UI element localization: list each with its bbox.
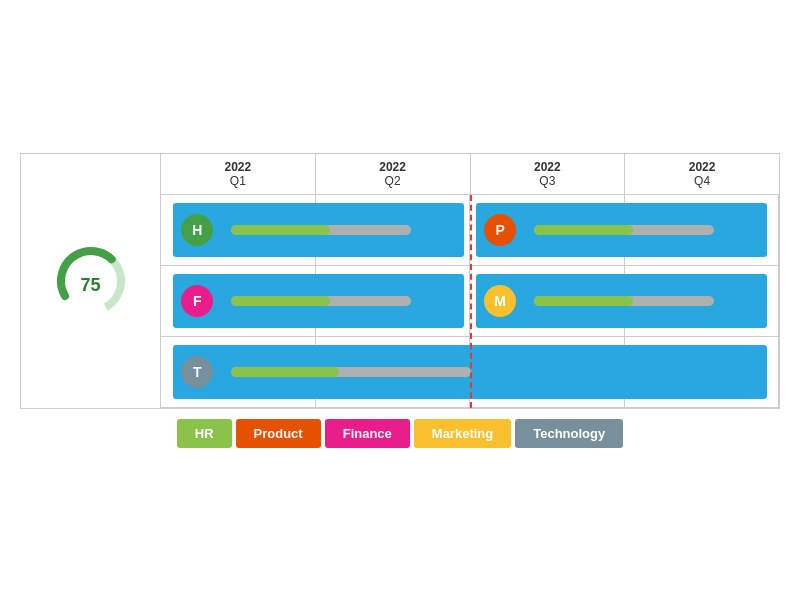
avatar-marketing: M — [484, 285, 516, 317]
legend: HR Product Finance Marketing Technology — [177, 419, 623, 448]
chart-area: 75 2022 Q1 2022 Q2 2022 Q3 202 — [20, 153, 780, 409]
right-panel: 2022 Q1 2022 Q2 2022 Q3 2022 Q4 — [161, 154, 779, 408]
bar-finance-first: F — [173, 274, 463, 328]
gauge: 75 — [51, 241, 131, 321]
bar-hr-second: P — [476, 203, 766, 257]
bar-finance-second: M — [476, 274, 766, 328]
gantt-grid: H P — [161, 195, 779, 408]
bar-technology: T — [173, 345, 766, 399]
quarter-q3: 2022 Q3 — [471, 154, 626, 194]
gauge-value: 75 — [80, 274, 100, 295]
legend-finance[interactable]: Finance — [325, 419, 410, 448]
quarter-q4: 2022 Q4 — [625, 154, 779, 194]
legend-product[interactable]: Product — [236, 419, 321, 448]
left-panel: 75 — [21, 154, 161, 408]
gantt-row-technology: T — [161, 337, 779, 408]
avatar-technology: T — [181, 356, 213, 388]
progress-finance — [231, 296, 411, 306]
progress-hr — [231, 225, 411, 235]
progress-marketing — [534, 296, 714, 306]
quarter-q1: 2022 Q1 — [161, 154, 316, 194]
bar-hr-first: H — [173, 203, 463, 257]
avatar-hr: H — [181, 214, 213, 246]
legend-marketing[interactable]: Marketing — [414, 419, 511, 448]
progress-product — [534, 225, 714, 235]
quarter-q2: 2022 Q2 — [316, 154, 471, 194]
avatar-finance: F — [181, 285, 213, 317]
legend-technology[interactable]: Technology — [515, 419, 623, 448]
gantt-row-finance: F M — [161, 266, 779, 337]
avatar-product: P — [484, 214, 516, 246]
main-container: 75 2022 Q1 2022 Q2 2022 Q3 202 — [20, 153, 780, 448]
header-row: 2022 Q1 2022 Q2 2022 Q3 2022 Q4 — [161, 154, 779, 195]
progress-technology — [231, 367, 471, 377]
legend-hr[interactable]: HR — [177, 419, 232, 448]
gantt-row-hr: H P — [161, 195, 779, 266]
